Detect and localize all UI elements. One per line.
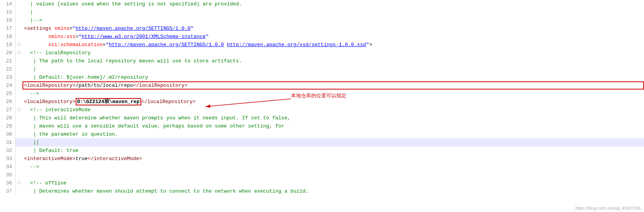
code-line-36: 36 □ <!-- offline: [0, 179, 644, 187]
code-content-22: |: [23, 65, 644, 73]
code-content-16: |-->: [23, 16, 644, 24]
code-content-18: xmlns:xsi="http://www.w3.org/2001/XMLSch…: [23, 33, 644, 41]
line-num-14: 14: [0, 0, 16, 8]
code-content-30: | the parameter in question.: [23, 130, 644, 138]
fold-16: [16, 16, 23, 24]
fold-34: [16, 163, 23, 171]
line-num-30: 30: [0, 130, 16, 138]
code-line-28: 28 | This will determine whether maven p…: [0, 114, 644, 122]
line-num-37: 37: [0, 187, 16, 195]
line-num-31: 31: [0, 138, 16, 147]
fold-17: [16, 24, 23, 33]
code-line-30: 30 | the parameter in question.: [0, 130, 644, 138]
line-num-29: 29: [0, 122, 16, 130]
line-num-28: 28: [0, 114, 16, 122]
code-content-35: [23, 171, 644, 179]
code-line-35: 35: [0, 171, 644, 179]
code-content-26: <localRepository>D:\GZ2124班\maven_rep</l…: [23, 98, 644, 106]
code-line-20: 20 □ <!-- localRepository: [0, 49, 644, 57]
code-line-14: 14 | values (values used when the settin…: [0, 0, 644, 8]
code-line-26: 26 <localRepository>D:\GZ2124班\maven_rep…: [0, 98, 644, 106]
code-line-25: 25 -->: [0, 90, 644, 98]
line-num-34: 34: [0, 163, 16, 171]
code-line-33: 33 <interactiveMode>true</interactiveMod…: [0, 155, 644, 163]
code-editor: 14 | values (values used when the settin…: [0, 0, 644, 212]
fold-31: [16, 138, 23, 147]
code-content-25: -->: [23, 90, 644, 98]
code-line-23: 23 | Default: ${user.home}/.m2/repositor…: [0, 73, 644, 81]
code-content-23: | Default: ${user.home}/.m2/repository: [23, 73, 644, 81]
line-num-18: 18: [0, 33, 16, 41]
code-line-29: 29 | maven will use a sensible default v…: [0, 122, 644, 130]
code-content-33: <interactiveMode>true</interactiveMode>: [23, 155, 644, 163]
line-num-33: 33: [0, 155, 16, 163]
line-num-16: 16: [0, 16, 16, 24]
fold-36[interactable]: □: [16, 179, 23, 187]
line-num-23: 23: [0, 73, 16, 81]
code-content-15: |: [23, 8, 644, 16]
line-num-36: 36: [0, 179, 16, 187]
line-num-32: 32: [0, 147, 16, 155]
fold-18: [16, 33, 23, 41]
fold-37: [16, 187, 23, 195]
line-num-22: 22: [0, 65, 16, 73]
line-num-21: 21: [0, 57, 16, 65]
line-num-19: 19: [0, 41, 16, 49]
code-content-27: <!-- interactiveMode: [23, 106, 644, 114]
fold-21: [16, 57, 23, 65]
code-content-14: | values (values used when the setting i…: [23, 0, 644, 8]
line-num-20: 20: [0, 49, 16, 57]
fold-29: [16, 122, 23, 130]
code-line-34: 34 -->: [0, 163, 644, 171]
code-line-19: 19 □ xsi:schemaLocation="http://maven.ap…: [0, 41, 644, 49]
fold-28: [16, 114, 23, 122]
fold-35: [16, 171, 23, 179]
fold-19[interactable]: □: [16, 41, 23, 49]
code-line-27: 27 □ <!-- interactiveMode: [0, 106, 644, 114]
fold-25: [16, 90, 23, 98]
code-content-34: -->: [23, 163, 644, 171]
line-num-25: 25: [0, 90, 16, 98]
code-line-37: 37 | Determines whether maven should att…: [0, 187, 644, 195]
fold-26: [16, 98, 23, 106]
code-line-24: 24 <localRepository>/path/to/local/repo<…: [0, 81, 644, 90]
line-num-17: 17: [0, 24, 16, 33]
code-content-24: <localRepository>/path/to/local/repo</lo…: [23, 81, 644, 90]
line-num-35: 35: [0, 171, 16, 179]
line-num-15: 15: [0, 8, 16, 16]
fold-22: [16, 65, 23, 73]
code-content-37: | Determines whether maven should attemp…: [23, 187, 644, 195]
code-content-28: | This will determine whether maven prom…: [23, 114, 644, 122]
line-num-27: 27: [0, 106, 16, 114]
code-content-31: ||: [23, 138, 644, 147]
code-line-32: 32 | Default: true: [0, 147, 644, 155]
fold-30: [16, 130, 23, 138]
code-content-21: | The path to the local repository maven…: [23, 57, 644, 65]
fold-23: [16, 73, 23, 81]
fold-14: [16, 0, 23, 8]
code-line-21: 21 | The path to the local repository ma…: [0, 57, 644, 65]
line-num-26: 26: [0, 98, 16, 106]
fold-33: [16, 155, 23, 163]
fold-27[interactable]: □: [16, 106, 23, 114]
code-line-17: 17 <settings xmlns="http://maven.apache.…: [0, 24, 644, 33]
code-line-18: 18 xmlns:xsi="http://www.w3.org/2001/XML…: [0, 33, 644, 41]
watermark: https://blog.csdn.net/qq_45937286: [575, 206, 641, 210]
code-content-20: <!-- localRepository: [23, 49, 644, 57]
code-line-15: 15 |: [0, 8, 644, 16]
fold-20[interactable]: □: [16, 49, 23, 57]
code-content-36: <!-- offline: [23, 179, 644, 187]
code-line-22: 22 |: [0, 65, 644, 73]
code-content-32: | Default: true: [23, 147, 644, 155]
fold-24: [16, 81, 23, 90]
fold-15: [16, 8, 23, 16]
code-line-31: 31 ||: [0, 138, 644, 147]
code-content-17: <settings xmlns="http://maven.apache.org…: [23, 24, 644, 33]
code-content-19: xsi:schemaLocation="http://maven.apache.…: [23, 41, 644, 49]
code-content-29: | maven will use a sensible default valu…: [23, 122, 644, 130]
code-line-16: 16 |-->: [0, 16, 644, 24]
line-num-24: 24: [0, 81, 16, 90]
fold-32: [16, 147, 23, 155]
